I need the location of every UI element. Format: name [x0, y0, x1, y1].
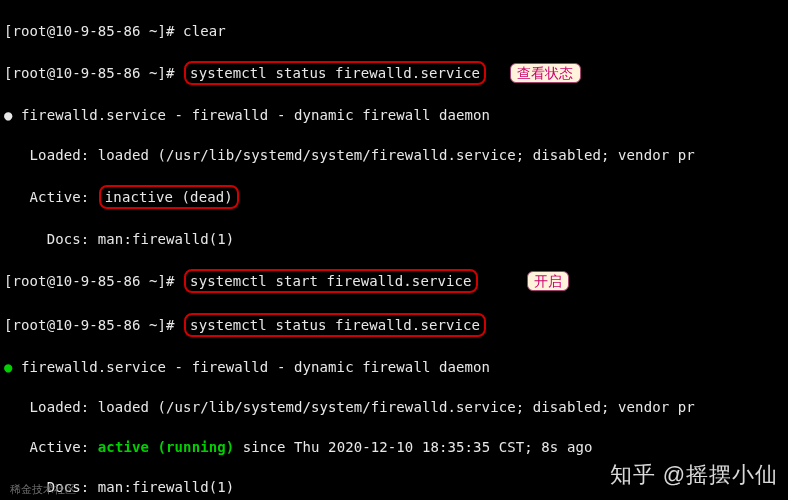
watermark-source: 稀金技术社区 [10, 482, 76, 497]
svc-active-inactive: inactive (dead) [99, 185, 239, 209]
watermark-zhihu: 知乎 @摇摆小仙 [610, 460, 778, 490]
svc-active-running: active (running) [98, 439, 234, 455]
svc-title: firewalld.service - firewalld - dynamic … [13, 359, 491, 375]
shell-prompt: [root@10-9-85-86 ~]# [4, 317, 183, 333]
annotation-start: 开启 [527, 271, 569, 291]
svc-active-label: Active: [4, 189, 98, 205]
svc-active-since: since Thu 2020-12-10 18:35:35 CST; 8s ag… [234, 439, 592, 455]
cmd-status-firewalld: systemctl status firewalld.service [184, 61, 486, 85]
cmd-clear: clear [183, 23, 226, 39]
cmd-status-firewalld-2: systemctl status firewalld.service [184, 313, 486, 337]
shell-prompt: [root@10-9-85-86 ~]# [4, 65, 183, 81]
terminal-output[interactable]: [root@10-9-85-86 ~]# clear [root@10-9-85… [0, 0, 788, 500]
svc-docs: Docs: man:firewalld(1) [4, 229, 788, 249]
shell-prompt: [root@10-9-85-86 ~]# [4, 273, 183, 289]
svc-active-label: Active: [4, 439, 98, 455]
status-bullet: ● [4, 107, 13, 123]
status-bullet-running: ● [4, 359, 13, 375]
svc-loaded: Loaded: loaded (/usr/lib/systemd/system/… [4, 397, 788, 417]
annotation-status: 查看状态 [510, 63, 580, 83]
svc-loaded: Loaded: loaded (/usr/lib/systemd/system/… [4, 145, 788, 165]
svc-title: firewalld.service - firewalld - dynamic … [13, 107, 491, 123]
cmd-start-firewalld: systemctl start firewalld.service [184, 269, 477, 293]
shell-prompt: [root@10-9-85-86 ~]# [4, 23, 183, 39]
